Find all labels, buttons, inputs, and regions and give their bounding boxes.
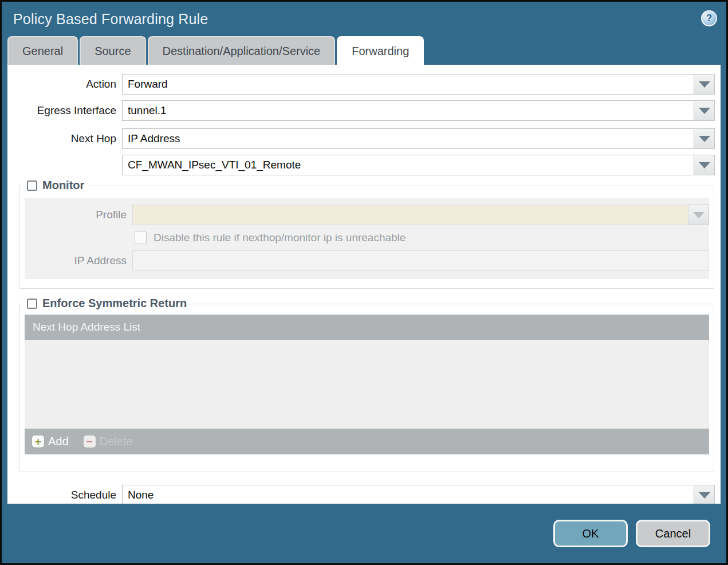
schedule-input[interactable]: None bbox=[122, 485, 694, 504]
tab-destination-application-service[interactable]: Destination/Application/Service bbox=[148, 36, 336, 65]
schedule-dropdown-button[interactable] bbox=[694, 485, 715, 504]
action-row: Action Forward bbox=[7, 74, 715, 95]
dialog-title: Policy Based Forwarding Rule bbox=[13, 11, 208, 28]
chevron-down-icon bbox=[699, 136, 710, 142]
pbf-rule-dialog: Policy Based Forwarding Rule ? General S… bbox=[0, 0, 728, 565]
tab-source[interactable]: Source bbox=[80, 36, 145, 65]
egress-interface-row: Egress Interface tunnel.1 bbox=[7, 100, 715, 121]
delete-button: − Delete bbox=[84, 435, 133, 448]
next-hop-address-row: CF_MWAN_IPsec_VTI_01_Remote bbox=[7, 155, 715, 175]
ok-button[interactable]: OK bbox=[553, 520, 628, 547]
enforce-symmetric-return-checkbox[interactable] bbox=[27, 299, 37, 309]
next-hop-label: Next Hop bbox=[7, 132, 122, 145]
next-hop-address-list-toolbar: + Add − Delete bbox=[25, 429, 709, 454]
schedule-row: Schedule None bbox=[7, 485, 715, 504]
add-button[interactable]: + Add bbox=[32, 435, 69, 448]
profile-input bbox=[132, 205, 688, 225]
monitor-ip-address-row: IP Address bbox=[25, 250, 709, 271]
monitor-section-title: Monitor bbox=[42, 179, 84, 192]
next-hop-address-list-table: Next Hop Address List + Add − Delete bbox=[25, 315, 709, 454]
monitor-checkbox[interactable] bbox=[27, 181, 37, 191]
action-input[interactable]: Forward bbox=[122, 74, 694, 95]
minus-icon: − bbox=[84, 435, 96, 448]
next-hop-address-input[interactable]: CF_MWAN_IPsec_VTI_01_Remote bbox=[122, 155, 694, 175]
profile-dropdown-button bbox=[688, 205, 709, 225]
help-icon[interactable]: ? bbox=[701, 10, 717, 26]
next-hop-address-dropdown-button[interactable] bbox=[694, 155, 715, 175]
next-hop-row: Next Hop IP Address bbox=[7, 128, 715, 149]
profile-label: Profile bbox=[25, 209, 132, 221]
action-label: Action bbox=[7, 78, 122, 91]
next-hop-type-input[interactable]: IP Address bbox=[122, 128, 694, 149]
chevron-down-icon bbox=[699, 81, 710, 88]
egress-interface-input[interactable]: tunnel.1 bbox=[122, 100, 694, 121]
next-hop-address-list-header-label: Next Hop Address List bbox=[33, 321, 140, 333]
cancel-button[interactable]: Cancel bbox=[636, 520, 710, 547]
schedule-label: Schedule bbox=[7, 489, 122, 501]
tab-forwarding[interactable]: Forwarding bbox=[337, 36, 424, 65]
chevron-down-icon bbox=[699, 108, 710, 114]
help-glyph: ? bbox=[706, 13, 712, 24]
disable-rule-label: Disable this rule if nexthop/monitor ip … bbox=[154, 232, 406, 244]
dialog-footer: OK Cancel bbox=[2, 504, 726, 563]
next-hop-dropdown-button[interactable] bbox=[694, 128, 715, 149]
plus-icon: + bbox=[32, 435, 44, 448]
tab-general[interactable]: General bbox=[7, 36, 78, 65]
enforce-symmetric-return-section: Enforce Symmetric Return Next Hop Addres… bbox=[19, 304, 714, 472]
egress-interface-dropdown-button[interactable] bbox=[694, 100, 715, 121]
chevron-down-icon bbox=[693, 212, 705, 218]
dialog-titlebar: Policy Based Forwarding Rule ? bbox=[2, 2, 726, 36]
monitor-ip-address-label: IP Address bbox=[25, 254, 132, 267]
chevron-down-icon bbox=[699, 492, 710, 499]
monitor-section: Monitor Profile Disable this rule if nex… bbox=[19, 186, 714, 289]
disable-rule-checkbox bbox=[135, 232, 147, 244]
chevron-down-icon bbox=[699, 162, 710, 168]
monitor-panel: Profile Disable this rule if nexthop/mon… bbox=[25, 198, 709, 279]
profile-row: Profile bbox=[25, 205, 709, 225]
monitor-ip-address-input bbox=[132, 250, 709, 271]
disable-rule-row: Disable this rule if nexthop/monitor ip … bbox=[135, 230, 709, 246]
next-hop-address-list-body[interactable] bbox=[25, 340, 709, 429]
egress-interface-label: Egress Interface bbox=[7, 104, 122, 117]
tab-bar: General Source Destination/Application/S… bbox=[2, 36, 726, 65]
next-hop-address-list-header: Next Hop Address List bbox=[25, 315, 709, 340]
action-dropdown-button[interactable] bbox=[694, 74, 715, 95]
enforce-symmetric-return-title: Enforce Symmetric Return bbox=[42, 297, 187, 310]
forwarding-tab-panel: Action Forward Egress Interface tunnel.1… bbox=[7, 65, 721, 504]
